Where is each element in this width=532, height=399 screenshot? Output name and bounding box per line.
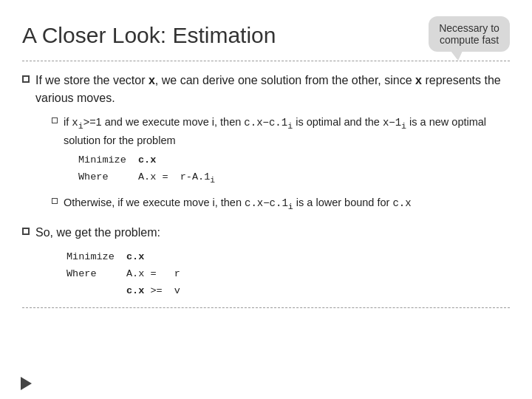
code-xi: xi [72,117,83,129]
sub-bullets: if xi>=1 and we execute move i, then c.x… [52,115,510,214]
main-content: If we store the vector x, we can derive … [22,72,510,300]
footer-row [21,377,32,390]
code2-cx: c.x >= v [66,283,510,300]
code-cx-2: c.x [392,197,411,209]
bullet-2-icon [22,228,30,235]
code-x-1i: x−1i [383,117,406,129]
header-row: A Closer Look: Estimation Necessary to c… [22,15,510,52]
sub-bullet-2-icon [52,198,58,204]
code2-where: Where A.x = r [66,266,510,283]
bubble-line2: compute fast [439,34,499,46]
sub-bullet-1-icon [52,117,58,123]
bold-x-2: x [415,74,422,86]
bullet-1-text: If we store the vector x, we can derive … [35,72,510,107]
bottom-divider [22,307,510,308]
code2-minimize: Minimize c.x [66,249,510,266]
speech-bubble: Necessary to compute fast [429,16,510,52]
top-divider [22,61,510,61]
sub-bullet-1-text: if xi>=1 and we execute move i, then c.x… [64,115,510,191]
code-line-where-1: Where A.x = r-A.1i [78,169,510,188]
bubble-line1: Necessary to [439,22,499,34]
bullet-2-text: So, we get the problem: [35,224,510,242]
page-title: A Closer Look: Estimation [22,15,276,49]
code-line-minimize-1: Minimize c.x [78,152,510,169]
code-block-1: Minimize c.x Where A.x = r-A.1i [78,152,510,188]
code-cx-c1i: c.x−c.1i [244,117,293,129]
bullet-2: So, we get the problem: [22,224,510,242]
sub-bullet-2-text: Otherwise, if we execute move i, then c.… [64,195,510,214]
bullet-1: If we store the vector x, we can derive … [22,72,510,107]
sub-bullet-2: Otherwise, if we execute move i, then c.… [52,195,510,214]
sub-bullet-1: if xi>=1 and we execute move i, then c.x… [52,115,510,191]
bullet-1-icon [22,75,30,83]
code-block-2: Minimize c.x Where A.x = r c.x >= v [66,249,510,300]
code-cx-c1i-2: c.x−c.1i [245,197,293,209]
triangle-icon [21,377,32,390]
slide-container: A Closer Look: Estimation Necessary to c… [0,0,532,399]
bold-x-1: x [149,74,155,86]
